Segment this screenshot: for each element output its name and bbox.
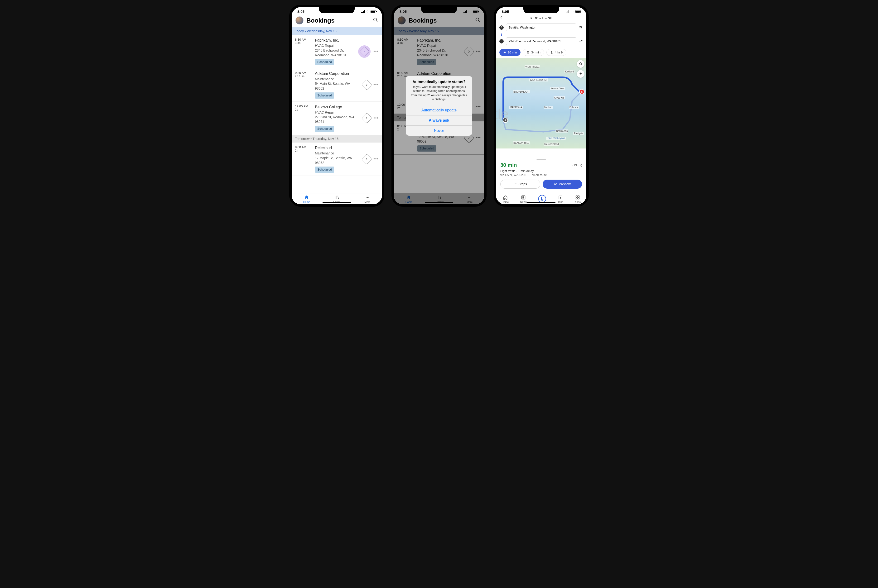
notch — [421, 7, 457, 13]
notch — [319, 7, 355, 13]
map-label: Kirkland — [564, 70, 575, 73]
home-indicator[interactable] — [323, 202, 351, 203]
mode-transit[interactable]: 34 min — [523, 49, 544, 56]
search-icon[interactable] — [373, 17, 378, 24]
nav-news[interactable]: News — [520, 195, 527, 203]
svg-line-1 — [376, 21, 378, 22]
nav-more[interactable]: More — [365, 195, 370, 203]
booking-actions: ••• — [358, 38, 380, 65]
status-badge: Scheduled — [315, 166, 334, 173]
booking-time: 8:30 AM 30m — [295, 38, 312, 65]
booking-row[interactable]: 12:00 PM 2d Bellows College HVAC Repair … — [292, 102, 382, 135]
svg-point-3 — [367, 197, 368, 198]
to-row: B 2345 Birchwood Redmond, WA 98101 — [496, 36, 586, 46]
phone-directions: 8:05 DIRECTIONS A Seattle, Washington B … — [494, 5, 589, 207]
directions-title: DIRECTIONS — [506, 16, 577, 20]
more-icon[interactable]: ••• — [372, 82, 380, 87]
mode-row: 30 min 34 min 4 hr 9 — [496, 46, 586, 58]
mode-walk[interactable]: 4 hr 9 — [546, 49, 566, 56]
to-input[interactable]: 2345 Birchwood Redmond, WA 98101 — [506, 37, 576, 45]
booking-time: 8:00 AM 2h — [295, 146, 312, 173]
more-icon[interactable]: ••• — [372, 116, 380, 121]
nav-label: Home — [303, 201, 310, 203]
booking-row[interactable]: 9:30 AM 2h 15m Adatum Corporation Mainte… — [292, 68, 382, 102]
marker-b-icon: B — [499, 39, 504, 44]
booking-actions: ••• — [363, 146, 380, 173]
tomorrow-section-header: Tomorrow • Thursday, Nov 16 — [292, 135, 382, 142]
map-marker-b: B — [579, 89, 584, 94]
map[interactable]: VIEW RIDGE Kirkland LAURELHURST Yarrow P… — [496, 58, 586, 148]
status-dialog: Automatically update status? Do you want… — [406, 76, 472, 136]
map-label: Eastgate — [573, 132, 584, 135]
map-label: Medina — [543, 106, 553, 109]
nav-tabs[interactable]: 4 Tabs — [558, 195, 563, 203]
phone-dialog: 8:05 Bookings Today • Wednesday, Nov 15 … — [392, 5, 486, 207]
map-label: Mercer Island — [543, 142, 560, 146]
nav-label: More — [365, 201, 370, 203]
sparkle-icon[interactable] — [577, 70, 584, 78]
map-controls — [577, 60, 584, 78]
status-badge: Scheduled — [315, 92, 334, 99]
dialog-auto-update[interactable]: Automatically update — [406, 105, 472, 115]
preview-button[interactable]: Preview — [543, 180, 582, 189]
directions-header: DIRECTIONS — [496, 15, 586, 22]
directions-highlight — [358, 45, 371, 58]
dialog-always-ask[interactable]: Always ask — [406, 115, 472, 126]
svg-point-16 — [555, 184, 556, 184]
more-icon[interactable]: ••• — [372, 156, 380, 162]
notch — [523, 7, 559, 13]
via-text: via I-5 N, WA-520 E · Toll on route — [500, 173, 582, 177]
svg-rect-23 — [576, 198, 577, 199]
swap-icon[interactable] — [579, 39, 583, 44]
map-label: BROADMOOR — [513, 90, 530, 93]
nav-home[interactable]: Home — [502, 195, 509, 203]
status-icons — [361, 10, 376, 13]
wifi-icon — [570, 10, 574, 13]
map-label: VIEW RIDGE — [525, 65, 540, 68]
filter-icon[interactable] — [579, 25, 583, 30]
directions-button[interactable] — [361, 154, 372, 164]
svg-rect-21 — [576, 196, 577, 197]
header: Bookings — [292, 15, 382, 27]
mode-drive[interactable]: 30 min — [499, 49, 521, 56]
booking-row[interactable]: 8:00 AM 2h Relecloud Maintenance 17 Mapl… — [292, 142, 382, 176]
avatar[interactable] — [296, 16, 303, 24]
page-title: Bookings — [306, 17, 370, 24]
sheet-handle[interactable] — [536, 159, 546, 160]
route-distance: (13 mi) — [573, 162, 582, 167]
status-badge: Scheduled — [315, 59, 334, 65]
svg-point-0 — [374, 18, 377, 21]
map-label: Bellevue — [569, 106, 579, 109]
nav-home[interactable]: Home — [303, 195, 310, 203]
directions-button[interactable] — [359, 46, 369, 57]
nav-apps[interactable]: Apps — [575, 195, 581, 203]
from-row: A Seattle, Washington — [496, 22, 586, 33]
route-time: 30 min — [500, 162, 517, 168]
bottom-nav: Home Library More — [292, 193, 382, 204]
route-sheet[interactable]: 30 min (13 mi) Light traffic · 1 min del… — [496, 155, 586, 192]
clock: 8:05 — [297, 9, 305, 14]
steps-button[interactable]: Steps — [500, 180, 540, 189]
svg-point-18 — [539, 195, 546, 202]
layers-icon[interactable] — [577, 60, 584, 68]
battery-icon — [371, 10, 376, 13]
back-icon[interactable] — [499, 15, 503, 20]
dialog-never[interactable]: Never — [406, 126, 472, 136]
today-section-header: Today • Wednesday, Nov 15 — [292, 27, 382, 35]
svg-text:4: 4 — [560, 197, 561, 199]
svg-rect-22 — [578, 196, 579, 197]
map-label: Beaux Arts — [555, 129, 568, 133]
booking-info: Adatum Corporation Maintenance 54 Main S… — [315, 71, 360, 98]
from-input[interactable]: Seattle, Washington — [506, 24, 576, 32]
home-indicator[interactable] — [527, 202, 555, 203]
status-badge: Scheduled — [315, 126, 334, 132]
booking-row[interactable]: 8:30 AM 30m Fabrikam, Inc. HVAC Repair 2… — [292, 35, 382, 68]
directions-button[interactable] — [361, 80, 372, 90]
wifi-icon — [366, 10, 369, 13]
route-dots — [501, 33, 586, 36]
svg-point-4 — [368, 197, 369, 198]
map-label: Yarrow Point — [550, 87, 565, 90]
directions-button[interactable] — [361, 113, 372, 123]
traffic-text: Light traffic · 1 min delay — [500, 169, 582, 173]
more-icon[interactable]: ••• — [372, 49, 380, 54]
